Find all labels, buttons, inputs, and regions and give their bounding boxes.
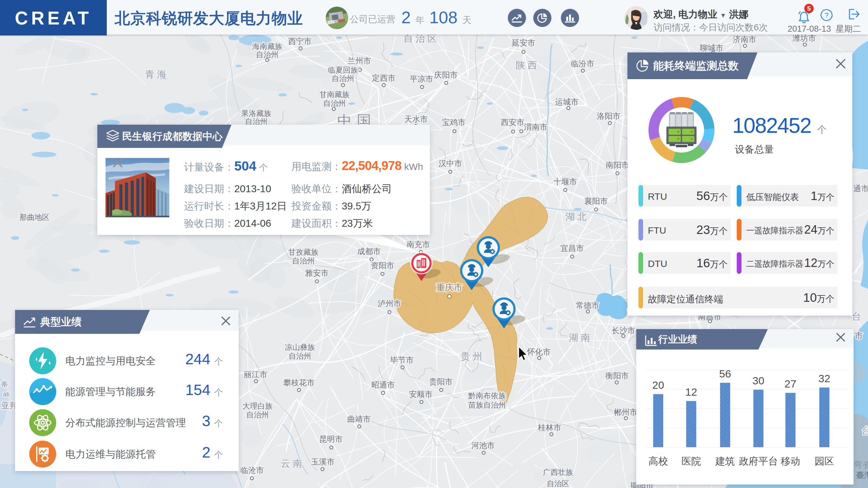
svg-text:自治州: 自治州 [256, 50, 279, 59]
svg-text:宜昌市: 宜昌市 [561, 244, 584, 252]
svg-text:广西壮族: 广西壮族 [543, 468, 573, 477]
svg-text:臺灣: 臺灣 [856, 470, 868, 480]
svg-text:凉山彝族: 凉山彝族 [285, 343, 315, 352]
svg-text:临汾市: 临汾市 [571, 59, 594, 68]
svg-text:延安市: 延安市 [512, 38, 535, 47]
svg-text:那曲地区: 那曲地区 [20, 213, 50, 221]
svg-text:南充市: 南充市 [407, 240, 430, 249]
svg-text:市: 市 [855, 331, 863, 340]
svg-text:黔南布依族: 黔南布依族 [468, 391, 506, 400]
svg-text:宝鸡市: 宝鸡市 [442, 118, 466, 127]
svg-text:自治州: 自治州 [288, 352, 311, 360]
svg-text:庆阳市: 庆阳市 [434, 70, 458, 79]
svg-text:云南: 云南 [281, 458, 305, 468]
svg-text:甘南藏族: 甘南藏族 [319, 90, 349, 99]
svg-text:台: 台 [862, 426, 868, 436]
svg-text:西宁市: 西宁市 [288, 37, 312, 45]
svg-text:ati: ati [3, 391, 9, 398]
svg-text:?: ? [825, 11, 829, 19]
svg-text:自治州: 自治州 [323, 99, 346, 108]
svg-text:苗族自治州: 苗族自治州 [468, 401, 506, 409]
svg-text:果洛藏族: 果洛藏族 [241, 109, 271, 117]
svg-text:昆明市: 昆明市 [319, 435, 343, 444]
svg-text:十堰市: 十堰市 [554, 177, 577, 186]
svg-text:济南市: 济南市 [733, 35, 756, 44]
svg-text:洛阳市: 洛阳市 [597, 112, 621, 120]
svg-text:河池市: 河池市 [471, 441, 495, 450]
svg-text:湖北: 湖北 [565, 211, 589, 222]
svg-text:弯省: 弯省 [854, 460, 868, 470]
svg-text:大理白族: 大理白族 [242, 402, 273, 410]
svg-text:自治区: 自治区 [547, 479, 569, 488]
svg-text:长沙市: 长沙市 [612, 326, 635, 335]
svg-text:天水市: 天水市 [404, 115, 428, 123]
svg-text:潍坊市: 潍坊市 [793, 34, 816, 42]
svg-text:台: 台 [852, 311, 864, 322]
svg-text:青海: 青海 [145, 69, 169, 80]
svg-text:运城市: 运城市 [555, 97, 579, 106]
svg-text:资阳市: 资阳市 [371, 261, 395, 270]
svg-text:昭通市: 昭通市 [372, 380, 395, 389]
svg-text:甘孜藏族: 甘孜藏族 [288, 248, 318, 256]
svg-text:兰州市: 兰州市 [348, 56, 371, 65]
svg-text:攀枝花市: 攀枝花市 [283, 378, 315, 387]
svg-text:安顺市: 安顺市 [409, 390, 433, 398]
svg-text:贵州: 贵州 [461, 351, 485, 361]
svg-text:贵阳市: 贵阳市 [429, 377, 453, 386]
svg-text:毕节市: 毕节市 [390, 356, 414, 364]
svg-text:泸州市: 泸州市 [378, 299, 401, 308]
svg-text:雅安市: 雅安市 [305, 269, 329, 277]
svg-text:常德市: 常德市 [576, 301, 599, 310]
svg-text:自治区: 自治区 [404, 33, 439, 44]
svg-text:自治州: 自治州 [292, 256, 315, 265]
svg-text:自治州: 自治州 [246, 410, 269, 419]
svg-text:临夏回族: 临夏回族 [328, 66, 358, 74]
svg-text:桂林市: 桂林市 [538, 423, 561, 432]
svg-text:临沧市: 临沧市 [241, 466, 264, 475]
svg-text:海南藏族: 海南藏族 [252, 42, 282, 51]
svg-text:自治州: 自治州 [332, 74, 354, 83]
svg-text:汉中市: 汉中市 [439, 159, 462, 168]
svg-text:渭南市: 渭南市 [524, 122, 548, 131]
svg-text:成都市: 成都市 [358, 247, 381, 255]
svg-text:聊城市: 聊城市 [700, 43, 723, 52]
svg-text:西安市: 西安市 [501, 118, 524, 127]
svg-text:玉溪市: 玉溪市 [311, 457, 335, 466]
svg-text:陕西: 陕西 [516, 60, 539, 70]
svg-text:定西市: 定西市 [372, 73, 396, 82]
svg-text:襄阳市: 襄阳市 [584, 196, 608, 205]
svg-text:平凉市: 平凉市 [410, 74, 433, 83]
svg-text:丽江市: 丽江市 [244, 370, 268, 379]
svg-text:怀化市: 怀化市 [527, 347, 551, 356]
svg-text:通市: 通市 [853, 184, 868, 193]
svg-text:郴州市: 郴州市 [614, 407, 638, 417]
svg-text:衡阳市: 衡阳市 [606, 371, 629, 380]
svg-text:蒂: 蒂 [1, 380, 8, 389]
svg-text:曲靖市: 曲靖市 [347, 415, 371, 423]
svg-text:自治州: 自治州 [245, 117, 268, 126]
svg-text:湖南: 湖南 [569, 332, 593, 343]
svg-text:重庆市: 重庆市 [436, 283, 463, 292]
svg-text:南阳市: 南阳市 [606, 160, 629, 169]
